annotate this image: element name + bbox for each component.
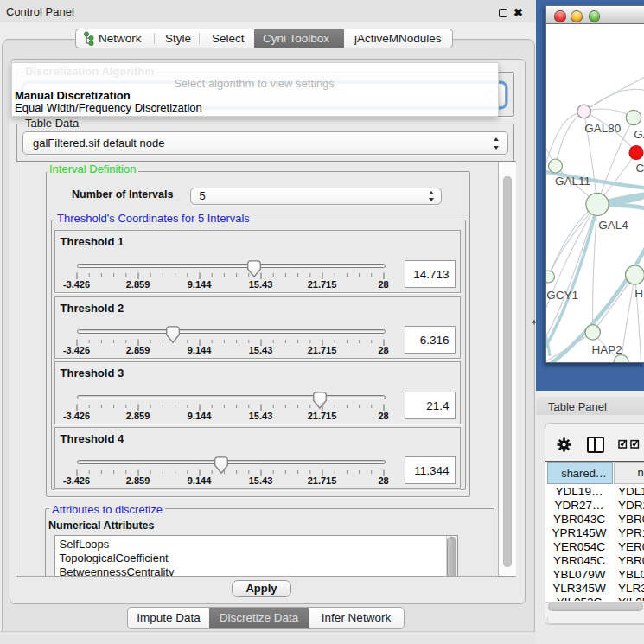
svg-text:GCY1: GCY1 (546, 289, 578, 302)
svg-text:HAP2: HAP2 (592, 343, 622, 356)
svg-text:GAL4: GAL4 (598, 219, 628, 232)
svg-text:C: C (636, 162, 644, 175)
svg-text:GA: GA (634, 128, 644, 141)
svg-text:GAL11: GAL11 (555, 175, 590, 188)
svg-text:H: H (634, 287, 643, 300)
svg-text:GAL80: GAL80 (584, 122, 621, 135)
